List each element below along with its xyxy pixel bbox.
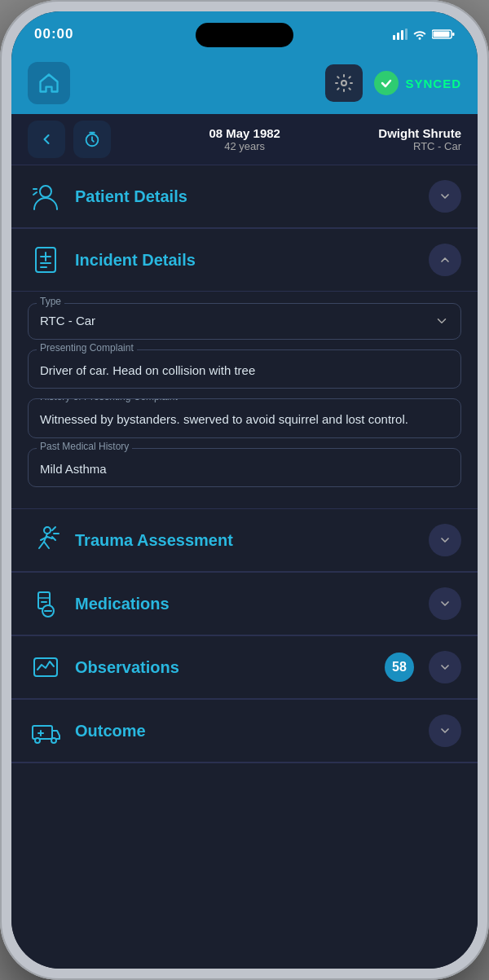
phone-screen: 00:00: [11, 11, 478, 969]
trauma-icon: [29, 524, 62, 556]
observations-chevron[interactable]: [429, 651, 461, 683]
incident-icon: [30, 244, 61, 275]
settings-button[interactable]: [325, 64, 363, 102]
gear-icon: [334, 73, 354, 93]
patient-incident-type: RTC - Car: [378, 140, 461, 152]
svg-point-9: [40, 186, 51, 197]
incident-details-content: Type RTC - Car Presenting Complaint Driv…: [11, 292, 478, 508]
trauma-assessment-chevron[interactable]: [429, 524, 461, 556]
svg-rect-6: [452, 33, 455, 36]
main-content: Patient Details: [11, 165, 478, 969]
sync-status: SYNCED: [374, 71, 461, 95]
back-arrow-icon: [38, 131, 55, 147]
chevron-up-icon: [438, 253, 452, 266]
medications-icon: [28, 586, 64, 622]
incident-details-chevron[interactable]: [429, 244, 461, 276]
patient-name: Dwight Shrute: [378, 126, 461, 140]
nav-right-controls: SYNCED: [325, 64, 461, 102]
svg-line-23: [52, 527, 55, 530]
type-value: RTC - Car: [40, 312, 95, 331]
outcome-icon-svg: [29, 714, 62, 747]
patient-age: 42 years: [122, 140, 367, 152]
svg-rect-0: [393, 35, 395, 40]
trauma-assessment-header[interactable]: Trauma Assessment: [11, 509, 478, 572]
past-medical-value: Mild Asthma: [40, 457, 449, 479]
sync-label: SYNCED: [405, 77, 461, 90]
presenting-complaint-field[interactable]: Presenting Complaint Driver of car. Head…: [28, 349, 461, 389]
incident-details-header[interactable]: Incident Details: [11, 229, 478, 292]
chevron-down-icon: [438, 190, 452, 203]
patient-bar: 08 May 1982 42 years Dwight Shrute RTC -…: [11, 114, 478, 165]
back-button[interactable]: [28, 121, 65, 158]
dynamic-island: [196, 23, 293, 47]
chevron-down-icon: [438, 597, 452, 610]
svg-rect-2: [401, 30, 403, 40]
medications-header[interactable]: Medications: [11, 573, 478, 635]
signal-icon: [393, 29, 408, 40]
phone-frame: 00:00: [0, 0, 489, 980]
observations-right: 58: [385, 651, 461, 683]
sync-check-icon: [374, 71, 399, 95]
svg-point-33: [35, 738, 40, 743]
svg-line-11: [33, 192, 37, 195]
patient-dob-section: 08 May 1982 42 years: [122, 126, 367, 152]
svg-line-25: [52, 537, 55, 540]
type-field[interactable]: Type RTC - Car: [28, 303, 461, 340]
chevron-down-icon: [438, 724, 452, 737]
past-medical-field[interactable]: Past Medical History Mild Asthma: [28, 448, 461, 488]
history-field[interactable]: History of Presenting Complaint Witnesse…: [28, 398, 461, 438]
presenting-complaint-value: Driver of car. Head on collision with tr…: [40, 358, 449, 380]
outcome-title: Outcome: [75, 722, 429, 740]
history-label: History of Presenting Complaint: [37, 398, 181, 402]
observations-header[interactable]: Observations 58: [11, 636, 478, 699]
svg-point-7: [341, 81, 346, 86]
svg-rect-5: [433, 32, 449, 37]
outcome-icon: [28, 713, 64, 749]
past-medical-label: Past Medical History: [37, 441, 132, 452]
trauma-assessment-icon: [28, 522, 64, 558]
history-value: Witnessed by bystanders. swerved to avoi…: [40, 407, 449, 429]
svg-line-20: [44, 542, 49, 548]
medications-icon-svg: [30, 588, 61, 619]
incident-details-title: Incident Details: [75, 251, 429, 270]
medications-title: Medications: [75, 595, 429, 613]
status-icons: [393, 29, 455, 40]
patient-details-title: Patient Details: [75, 187, 429, 206]
observations-title: Observations: [75, 658, 385, 677]
trauma-assessment-title: Trauma Assessment: [75, 531, 429, 550]
patient-nav-buttons: [28, 121, 111, 158]
stopwatch-icon: [83, 130, 101, 148]
presenting-complaint-label: Presenting Complaint: [37, 342, 137, 354]
top-nav: SYNCED: [11, 54, 478, 114]
svg-rect-1: [397, 33, 399, 40]
timer-button[interactable]: [73, 121, 111, 158]
svg-rect-3: [405, 29, 408, 40]
wifi-icon: [412, 29, 427, 40]
observations-icon-svg: [30, 652, 61, 683]
status-time: 00:00: [34, 26, 73, 42]
svg-point-17: [44, 527, 51, 534]
home-icon: [37, 72, 60, 94]
battery-icon: [432, 29, 455, 40]
observations-icon: [28, 649, 64, 685]
chevron-down-icon: [438, 661, 452, 674]
patient-icon: [30, 181, 61, 212]
dropdown-arrow-icon: [434, 314, 449, 328]
outcome-chevron[interactable]: [429, 714, 461, 747]
home-button[interactable]: [28, 62, 70, 104]
observations-count: 58: [392, 660, 407, 675]
observations-count-badge: 58: [385, 653, 414, 682]
patient-dob: 08 May 1982: [122, 126, 367, 140]
incident-details-icon: [28, 242, 64, 278]
patient-name-section: Dwight Shrute RTC - Car: [378, 126, 461, 152]
patient-details-icon: [28, 178, 64, 214]
outcome-header[interactable]: Outcome: [11, 700, 478, 762]
svg-line-19: [39, 542, 44, 548]
svg-point-34: [51, 738, 56, 743]
patient-details-header[interactable]: Patient Details: [11, 165, 478, 228]
checkmark-icon: [380, 77, 393, 90]
type-label: Type: [37, 296, 64, 307]
chevron-down-icon: [438, 534, 452, 547]
medications-chevron[interactable]: [429, 587, 461, 620]
patient-details-chevron[interactable]: [429, 180, 461, 213]
